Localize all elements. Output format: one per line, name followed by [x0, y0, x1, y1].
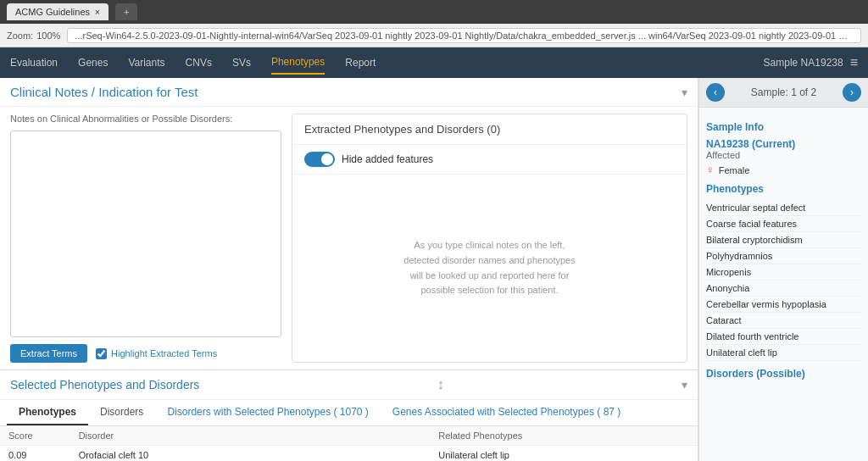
nav-svs[interactable]: SVs — [232, 52, 251, 74]
nav-phenotypes[interactable]: Phenotypes — [271, 51, 325, 75]
sidebar-phenotype-item[interactable]: Micropenis — [706, 264, 861, 280]
female-icon: ♀ — [706, 164, 715, 176]
selected-collapse-icon[interactable]: ▾ — [682, 378, 687, 392]
sidebar-phenotype-item[interactable]: Ventricular septal defect — [706, 200, 861, 216]
extracted-body: As you type clinical notes on the left, … — [292, 175, 687, 362]
extracted-header: Extracted Phenotypes and Disorders (0) — [292, 114, 687, 145]
col-score: Score — [0, 426, 70, 446]
nav-cnvs[interactable]: CNVs — [186, 52, 212, 74]
nav-right: Sample NA19238 ≡ — [764, 55, 858, 70]
extracted-panel: Extracted Phenotypes and Disorders (0) H… — [292, 114, 687, 363]
tab-label: ACMG Guidelines — [15, 7, 90, 17]
highlight-check-label[interactable]: Highlight Extracted Terms — [96, 348, 217, 359]
tab-disorders[interactable]: Disorders — [88, 400, 155, 425]
tab-phenotypes[interactable]: Phenotypes — [7, 400, 88, 425]
col-related: Related Phenotypes — [430, 426, 698, 446]
sidebar-phenotype-item[interactable]: Dilated fourth ventricle — [706, 329, 861, 345]
sidebar-phenotype-item[interactable]: Polyhydramnios — [706, 248, 861, 264]
cell-score: 0.09 — [0, 446, 70, 462]
sample-counter: Sample: 1 of 2 — [751, 86, 816, 98]
hide-toggle-switch[interactable] — [304, 152, 335, 167]
browser-tab[interactable]: ACMG Guidelines × — [7, 3, 108, 20]
table-row[interactable]: 0.09 Orofacial cleft 10 Unilateral cleft… — [0, 446, 698, 462]
main-layout: Clinical Notes / Indication for Test ▾ N… — [0, 78, 868, 461]
nav-genes[interactable]: Genes — [78, 52, 108, 74]
highlight-label: Highlight Extracted Terms — [111, 348, 217, 358]
extract-terms-button[interactable]: Extract Terms — [10, 344, 87, 363]
app-nav: Evaluation Genes Variants CNVs SVs Pheno… — [0, 47, 868, 78]
left-panel: Clinical Notes / Indication for Test ▾ N… — [0, 78, 698, 461]
right-sidebar: ‹ Sample: 1 of 2 › Sample Info NA19238 (… — [698, 78, 868, 461]
extracted-header-text: Extracted Phenotypes and Disorders (0) — [304, 123, 500, 136]
sample-info-title: Sample Info — [706, 121, 861, 133]
clinical-notes-collapse-icon[interactable]: ▾ — [682, 86, 687, 99]
nav-evaluation[interactable]: Evaluation — [10, 52, 58, 74]
phenotypes-table: Score Disorder Related Phenotypes 0.09 O… — [0, 426, 698, 461]
sidebar-phenotype-item[interactable]: Anonychia — [706, 280, 861, 297]
sidebar-phenotype-item[interactable]: Cataract — [706, 313, 861, 329]
cursor-icon: ↕ — [437, 377, 444, 392]
highlight-checkbox[interactable] — [96, 348, 107, 359]
sidebar-nav: ‹ Sample: 1 of 2 › — [699, 78, 868, 108]
clinical-notes-title: Clinical Notes / Indication for Test — [10, 85, 198, 99]
selected-phenotypes-section: Selected Phenotypes and Disorders ↕ ▾ Ph… — [0, 369, 698, 461]
notes-textarea[interactable] — [10, 131, 281, 337]
clinical-notes-area: Notes on Clinical Abnormalities or Possi… — [0, 107, 698, 369]
sidebar-phenotype-item[interactable]: Cerebellar vermis hypoplasia — [706, 297, 861, 313]
phenotypes-sidebar-title: Phenotypes — [706, 183, 861, 195]
sidebar-phenotype-item[interactable]: Unilateral cleft lip — [706, 345, 861, 361]
new-tab-button[interactable]: + — [115, 3, 137, 20]
sidebar-content: Sample Info NA19238 (Current) Affected ♀… — [699, 108, 868, 461]
selected-header: Selected Phenotypes and Disorders ↕ ▾ — [0, 370, 698, 400]
zoom-value: 100% — [36, 31, 60, 41]
phenotypes-list: Ventricular septal defectCoarse facial f… — [706, 200, 861, 361]
notes-actions: Extract Terms Highlight Extracted Terms — [10, 344, 281, 363]
gender-label: Female — [719, 165, 750, 175]
zoom-label: Zoom: — [7, 31, 33, 41]
hamburger-icon[interactable]: ≡ — [850, 55, 858, 70]
sample-gender: ♀ Female — [706, 164, 861, 176]
hide-toggle-label: Hide added features — [342, 153, 433, 165]
notes-left: Notes on Clinical Abnormalities or Possi… — [10, 114, 281, 363]
url-bar: Zoom: 100% ...rSeq-Win64-2.5.0-2023-09-0… — [0, 24, 868, 47]
notes-label: Notes on Clinical Abnormalities or Possi… — [10, 114, 281, 124]
sample-label: Sample NA19238 — [764, 57, 843, 69]
sample-name: NA19238 (Current) — [706, 138, 861, 150]
nav-variants[interactable]: Variants — [128, 52, 164, 74]
cell-related: Unilateral cleft lip — [430, 446, 698, 462]
hide-toggle-row: Hide added features — [292, 145, 687, 175]
url-input[interactable]: ...rSeq-Win64-2.5.0-2023-09-01-Nightly-i… — [67, 28, 861, 43]
next-sample-button[interactable]: › — [843, 83, 861, 102]
selected-section-title: Selected Phenotypes and Disorders — [10, 378, 199, 392]
tab-close-icon[interactable]: × — [95, 8, 100, 17]
sidebar-phenotype-item[interactable]: Bilateral cryptorchidism — [706, 232, 861, 248]
col-disorder: Disorder — [70, 426, 431, 446]
extracted-placeholder-text: As you type clinical notes on the left, … — [397, 238, 583, 297]
disorders-sidebar-title: Disorders (Possible) — [706, 368, 861, 380]
clinical-notes-header: Clinical Notes / Indication for Test ▾ — [0, 78, 698, 107]
tab-genes-associated[interactable]: Genes Associated with Selected Phenotype… — [381, 400, 633, 425]
browser-bar: ACMG Guidelines × + — [0, 0, 868, 24]
tabs-row: Phenotypes Disorders Disorders with Sele… — [0, 400, 698, 426]
sidebar-phenotype-item[interactable]: Coarse facial features — [706, 216, 861, 232]
tab-disorders-selected[interactable]: Disorders with Selected Phenotypes ( 107… — [155, 400, 380, 425]
sample-status: Affected — [706, 150, 861, 160]
zoom-control: Zoom: 100% — [7, 31, 60, 41]
nav-report[interactable]: Report — [345, 52, 376, 74]
cell-disorder: Orofacial cleft 10 — [70, 446, 431, 462]
prev-sample-button[interactable]: ‹ — [706, 83, 725, 102]
